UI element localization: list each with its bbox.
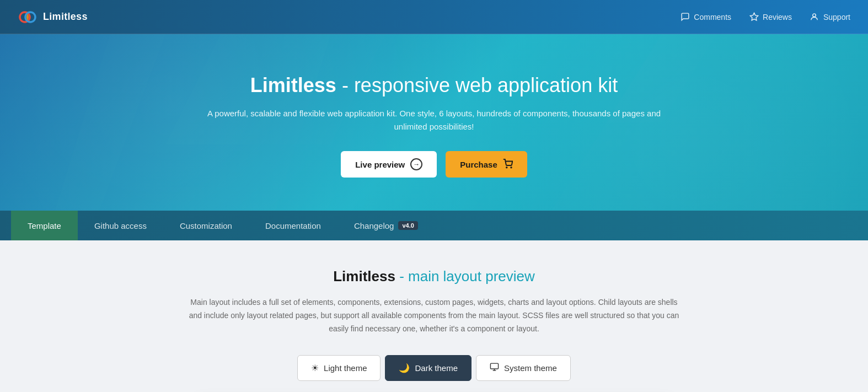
- section-title-rest: - main layout preview: [395, 268, 535, 284]
- cart-icon: [503, 159, 513, 170]
- arrow-circle-icon: →: [410, 158, 422, 170]
- hero-buttons: Live preview → Purchase: [341, 151, 527, 178]
- nav-support-label: Support: [823, 13, 850, 22]
- hero-title: Limitless - responsive web application k…: [250, 73, 618, 99]
- brand: Limitless: [18, 7, 680, 27]
- svg-point-3: [813, 14, 816, 17]
- section-title: Limitless - main layout preview: [11, 268, 857, 285]
- purchase-button[interactable]: Purchase: [446, 151, 527, 178]
- svg-rect-11: [490, 364, 498, 369]
- monitor-icon: [490, 362, 499, 374]
- tab-template[interactable]: Template: [11, 211, 78, 240]
- tab-documentation[interactable]: Documentation: [249, 211, 337, 240]
- svg-marker-4: [0, 34, 165, 211]
- light-theme-button[interactable]: ☀ Light theme: [297, 355, 381, 381]
- light-theme-label: Light theme: [324, 363, 367, 373]
- tabs-navigation: Template Github access Customization Doc…: [0, 211, 868, 240]
- nav-comments-link[interactable]: Comments: [680, 12, 731, 22]
- nav-reviews-label: Reviews: [763, 13, 792, 22]
- navbar-links: Comments Reviews Support: [680, 12, 850, 22]
- chat-icon: [680, 12, 690, 22]
- tab-github[interactable]: Github access: [78, 211, 163, 240]
- dark-theme-button[interactable]: 🌙 Dark theme: [385, 355, 471, 381]
- live-preview-button[interactable]: Live preview →: [341, 151, 437, 178]
- main-content: Limitless - main layout preview Main lay…: [0, 240, 868, 392]
- live-preview-label: Live preview: [355, 160, 405, 169]
- purchase-label: Purchase: [460, 160, 497, 169]
- navbar: Limitless Comments Reviews: [0, 0, 868, 34]
- nav-reviews-link[interactable]: Reviews: [749, 12, 792, 22]
- moon-icon: 🌙: [399, 363, 410, 373]
- tab-changelog-label: Changelog: [354, 221, 394, 230]
- nav-support-link[interactable]: Support: [810, 12, 850, 22]
- system-theme-label: System theme: [504, 363, 557, 373]
- section-description: Main layout includes a full set of eleme…: [186, 296, 682, 335]
- theme-buttons: ☀ Light theme 🌙 Dark theme System theme: [11, 355, 857, 381]
- brand-name: Limitless: [43, 11, 88, 23]
- svg-point-10: [511, 167, 512, 168]
- tab-customization-label: Customization: [180, 221, 232, 230]
- sun-icon: ☀: [311, 363, 319, 373]
- changelog-badge: v4.0: [398, 221, 417, 230]
- section-title-bold: Limitless: [333, 268, 395, 284]
- brand-logo: [18, 7, 37, 27]
- star-icon: [749, 12, 759, 22]
- hero-subtitle: A powerful, scalable and flexible web ap…: [197, 107, 671, 133]
- dark-theme-label: Dark theme: [415, 363, 458, 373]
- hero-title-rest: - responsive web application kit: [336, 74, 618, 96]
- svg-marker-2: [750, 13, 758, 20]
- system-theme-button[interactable]: System theme: [476, 355, 571, 381]
- tab-github-label: Github access: [94, 221, 147, 230]
- hero-section: Limitless - responsive web application k…: [0, 34, 868, 211]
- nav-comments-label: Comments: [694, 13, 731, 22]
- tab-changelog[interactable]: Changelog v4.0: [337, 211, 435, 240]
- svg-point-9: [506, 167, 507, 168]
- tab-template-label: Template: [28, 221, 61, 230]
- hero-title-bold: Limitless: [250, 74, 336, 96]
- person-icon: [810, 12, 819, 22]
- tab-customization[interactable]: Customization: [163, 211, 249, 240]
- tab-documentation-label: Documentation: [265, 221, 321, 230]
